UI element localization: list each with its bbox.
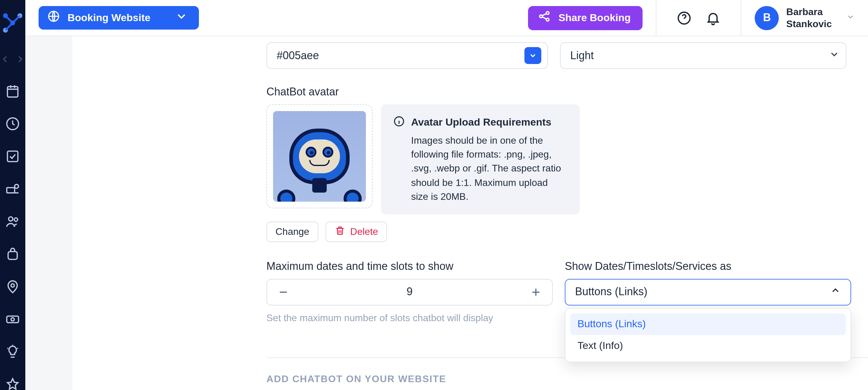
avatar-req-body: Images should be in one of the following… [393,133,567,203]
chatbot-avatar-label: ChatBot avatar [267,86,868,99]
color-swatch[interactable] [524,47,541,64]
sidebar [0,0,25,390]
nav-star-icon[interactable] [1,377,25,390]
avatar-image [273,111,366,202]
avatar-requirements: Avatar Upload Requirements Images should… [381,105,580,214]
minus-icon[interactable] [277,285,290,299]
chevron-down-icon [829,49,840,62]
nav-clock-icon[interactable] [1,116,25,132]
show-as-option-text[interactable]: Text (Info) [570,335,846,357]
header: Booking Website Share Booking B Barbara … [25,0,868,36]
bell-icon[interactable] [705,9,722,26]
info-icon [393,115,405,130]
show-as-option-buttons[interactable]: Buttons (Links) [570,313,846,335]
avatar-req-title: Avatar Upload Requirements [411,116,551,129]
chevron-right-icon[interactable] [17,56,24,63]
max-slots-value: 9 [407,286,412,299]
theme-select[interactable]: Light [560,42,846,69]
delete-avatar-button[interactable]: Delete [326,222,387,242]
svg-rect-11 [8,251,17,259]
chevron-left-icon[interactable] [1,56,8,63]
chevron-down-icon [846,12,855,23]
booking-website-label: Booking Website [67,12,150,24]
plus-icon[interactable] [529,285,542,299]
share-booking-button[interactable]: Share Booking [528,6,643,30]
embed-section-title: ADD CHATBOT ON YOUR WEBSITE [267,374,868,385]
change-label: Change [276,226,309,237]
nav-pin-icon[interactable] [1,279,25,295]
chevron-down-icon [175,10,188,26]
svg-rect-7 [7,188,15,193]
svg-point-8 [15,185,19,188]
show-as-dropdown: Buttons (Links) Text (Info) [565,308,851,362]
user-name: Barbara Stankovic [786,6,832,30]
svg-rect-6 [7,151,18,162]
booking-website-selector[interactable]: Booking Website [38,6,198,30]
svg-rect-13 [7,316,19,323]
nav-people-icon[interactable] [1,214,25,229]
user-menu[interactable]: B Barbara Stankovic [755,6,855,30]
show-as-value: Buttons (Links) [575,286,647,299]
svg-point-12 [11,284,14,287]
svg-rect-4 [7,87,18,97]
avatar-upload-zone[interactable] [267,105,373,208]
help-icon[interactable] [676,9,693,26]
settings-panel: #005aee Light ChatBot avatar [72,36,868,390]
user-first-name: Barbara [786,6,832,18]
svg-point-9 [9,217,13,221]
user-last-name: Stankovic [786,18,832,30]
nav-bag-icon[interactable] [1,246,25,262]
nav-money-icon[interactable] [1,311,25,327]
main: Booking Website Share Booking B Barbara … [25,0,868,390]
svg-point-14 [11,318,14,321]
primary-color-input[interactable]: #005aee [267,42,548,69]
content: #005aee Light ChatBot avatar [25,36,868,390]
nav-arrows [1,56,24,63]
delete-label: Delete [350,226,378,237]
svg-point-10 [14,218,18,221]
chevron-up-icon [830,285,841,299]
app-logo[interactable] [1,11,25,37]
share-icon [538,10,551,26]
show-as-select[interactable]: Buttons (Links) [565,279,851,305]
show-as-label: Show Dates/Timeslots/Services as [565,260,851,273]
max-slots-label: Maximum dates and time slots to show [267,260,553,273]
max-slots-hint: Set the maximum number of slots chatbot … [267,313,553,324]
max-slots-stepper[interactable]: 9 [267,279,553,305]
globe-icon [47,10,60,26]
theme-value: Light [570,49,594,62]
change-avatar-button[interactable]: Change [267,222,318,242]
nav-check-icon[interactable] [1,148,25,164]
share-label: Share Booking [558,12,631,24]
nav-bulb-icon[interactable] [1,344,25,360]
primary-color-value: #005aee [277,49,319,62]
avatar: B [755,6,779,30]
trash-icon [335,225,345,239]
nav-calendar-icon[interactable] [1,83,25,99]
nav-service-icon[interactable] [1,181,25,197]
